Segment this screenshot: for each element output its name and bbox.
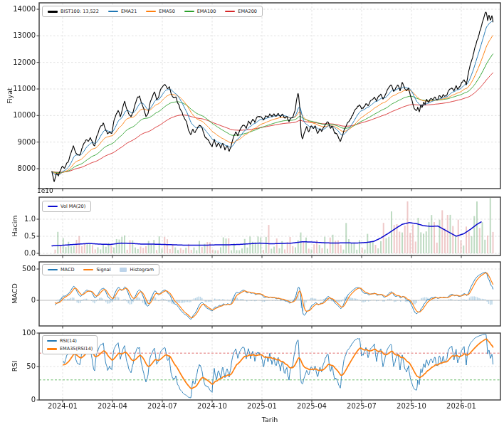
legend-item-ema50: EMA50 (146, 9, 174, 14)
macd-axis-title: MACD (11, 273, 19, 315)
price-ytick-14000: 14000 (0, 6, 36, 13)
xtick-2025-10: 2025-10 (390, 402, 433, 410)
rsi-line-swatch (47, 340, 57, 342)
legend-item-macd: MACD (48, 267, 74, 273)
volume-ytick-0: 0.0 (0, 250, 36, 257)
price-ytick-9000: 9000 (0, 139, 36, 146)
ema50-line-swatch (146, 11, 156, 12)
xtick-2025-07: 2025-07 (340, 402, 383, 410)
rsi-ytick-100: 100 (0, 330, 36, 337)
legend-item-volma: Vol MA(20) (48, 204, 85, 209)
xtick-2025-01: 2025-01 (241, 402, 283, 410)
rsi-ema-legend-label: EMA35(RSI14) (60, 346, 93, 352)
legend-item-histogram: Histogram (120, 267, 154, 273)
volume-axis-title: Hacim (11, 205, 19, 248)
legend-item-rsi: RSI(14) (47, 338, 77, 344)
volume-legend: Vol MA(20) (42, 201, 91, 212)
rsi-legend-label: RSI(14) (60, 338, 77, 344)
ema100-legend-label: EMA100 (197, 9, 216, 14)
legend-item-bist100: BIST100: 13,522 (48, 9, 99, 14)
price-ytick-13000: 13000 (0, 32, 36, 39)
volume-scale-offset-label: 1e10 (37, 187, 53, 194)
xtick-2025-04: 2025-04 (290, 402, 333, 410)
ema100-line-swatch (184, 11, 194, 12)
technical-analysis-figure: 8000 9000 10000 11000 12000 13000 14000 … (0, 0, 504, 427)
ema200-line-swatch (225, 11, 235, 12)
xtick-2024-01: 2024-01 (41, 402, 84, 410)
xtick-2024-10: 2024-10 (191, 402, 233, 410)
chart-canvas (0, 0, 504, 427)
bist100-legend-label: BIST100: 13,522 (61, 9, 99, 14)
price-ytick-8000: 8000 (0, 165, 36, 172)
ema21-line-swatch (108, 11, 118, 12)
rsi-axis-title: RSI (11, 345, 19, 388)
volma-line-swatch (48, 206, 58, 207)
xtick-2024-07: 2024-07 (141, 402, 184, 410)
legend-item-ema200: EMA200 (225, 9, 257, 14)
price-axis-title: Fiyat (6, 75, 14, 117)
macd-legend-label: MACD (61, 267, 74, 273)
xtick-2026-01: 2026-01 (440, 402, 483, 410)
macd-legend: MACD Signal Histogram (42, 264, 159, 275)
ema200-legend-label: EMA200 (238, 9, 257, 14)
rsi-ytick-0: 0 (0, 396, 36, 404)
histogram-legend-label: Histogram (130, 267, 154, 273)
xtick-2024-04: 2024-04 (91, 402, 134, 410)
x-axis-title: Tarih (248, 416, 291, 423)
legend-item-ema100: EMA100 (184, 9, 216, 14)
macd-line-swatch (48, 269, 58, 270)
price-legend: BIST100: 13,522 EMA21 EMA50 EMA100 EMA20… (42, 6, 263, 17)
rsi-ema-line-swatch (47, 348, 57, 350)
legend-item-rsi-ema: EMA35(RSI14) (47, 346, 93, 352)
bist100-line-swatch (48, 11, 58, 13)
ema50-legend-label: EMA50 (159, 9, 174, 14)
legend-item-signal: Signal (83, 267, 110, 273)
histogram-swatch (120, 268, 127, 272)
macd-ytick-500: 500 (0, 265, 36, 273)
price-ytick-12000: 12000 (0, 59, 36, 66)
legend-item-ema21: EMA21 (108, 9, 137, 14)
signal-legend-label: Signal (96, 267, 110, 273)
ema21-legend-label: EMA21 (121, 9, 137, 14)
rsi-legend: RSI(14) EMA35(RSI14) (42, 335, 98, 354)
signal-line-swatch (83, 269, 93, 270)
volma-legend-label: Vol MA(20) (61, 204, 85, 209)
